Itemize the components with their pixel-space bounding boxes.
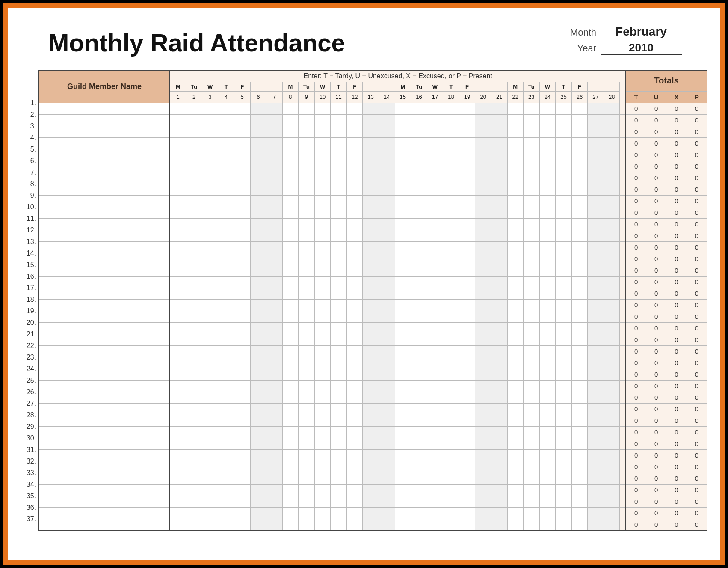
day-cell[interactable] (346, 496, 363, 507)
day-cell[interactable] (427, 519, 443, 530)
day-cell[interactable] (411, 265, 427, 276)
day-cell[interactable] (346, 161, 363, 172)
day-cell[interactable] (346, 461, 363, 473)
day-cell[interactable] (459, 218, 475, 230)
day-cell[interactable] (507, 473, 524, 484)
day-cell[interactable] (411, 230, 427, 241)
day-cell[interactable] (588, 230, 604, 241)
day-cell[interactable] (571, 507, 588, 519)
day-cell[interactable] (234, 103, 250, 114)
day-cell[interactable] (571, 322, 588, 334)
day-cell[interactable] (282, 288, 299, 299)
day-cell[interactable] (395, 369, 411, 380)
day-cell[interactable] (588, 218, 604, 230)
day-cell[interactable] (266, 149, 283, 161)
day-cell[interactable] (266, 172, 283, 184)
day-cell[interactable] (218, 415, 234, 426)
day-cell[interactable] (170, 207, 186, 218)
day-cell[interactable] (186, 380, 202, 392)
day-cell[interactable] (282, 484, 299, 496)
day-cell[interactable] (475, 496, 491, 507)
day-cell[interactable] (363, 403, 379, 415)
day-cell[interactable] (459, 496, 475, 507)
day-cell[interactable] (588, 380, 604, 392)
day-cell[interactable] (571, 288, 588, 299)
day-cell[interactable] (202, 276, 218, 288)
day-cell[interactable] (346, 334, 363, 345)
day-cell[interactable] (571, 265, 588, 276)
day-cell[interactable] (556, 507, 572, 519)
day-cell[interactable] (571, 519, 588, 530)
day-cell[interactable] (556, 449, 572, 461)
day-cell[interactable] (443, 496, 459, 507)
day-cell[interactable] (411, 461, 427, 473)
day-cell[interactable] (282, 415, 299, 426)
day-cell[interactable] (443, 392, 459, 403)
day-cell[interactable] (604, 276, 620, 288)
day-cell[interactable] (218, 161, 234, 172)
day-cell[interactable] (604, 334, 620, 345)
day-cell[interactable] (539, 218, 556, 230)
day-cell[interactable] (331, 276, 347, 288)
day-cell[interactable] (170, 334, 186, 345)
day-cell[interactable] (507, 357, 524, 369)
day-cell[interactable] (186, 311, 202, 322)
day-cell[interactable] (427, 415, 443, 426)
day-cell[interactable] (539, 103, 556, 114)
day-cell[interactable] (202, 207, 218, 218)
day-cell[interactable] (250, 415, 266, 426)
day-cell[interactable] (234, 276, 250, 288)
member-name-cell[interactable] (39, 103, 170, 114)
day-cell[interactable] (379, 519, 395, 530)
day-cell[interactable] (524, 114, 540, 126)
day-cell[interactable] (218, 507, 234, 519)
day-cell[interactable] (234, 253, 250, 265)
day-cell[interactable] (299, 218, 315, 230)
day-cell[interactable] (427, 149, 443, 161)
day-cell[interactable] (314, 161, 331, 172)
day-cell[interactable] (491, 484, 507, 496)
day-cell[interactable] (314, 484, 331, 496)
day-cell[interactable] (395, 241, 411, 253)
day-cell[interactable] (202, 218, 218, 230)
day-cell[interactable] (250, 299, 266, 311)
day-cell[interactable] (186, 103, 202, 114)
day-cell[interactable] (234, 288, 250, 299)
day-cell[interactable] (475, 103, 491, 114)
day-cell[interactable] (588, 288, 604, 299)
day-cell[interactable] (266, 334, 283, 345)
day-cell[interactable] (491, 288, 507, 299)
day-cell[interactable] (427, 253, 443, 265)
day-cell[interactable] (411, 126, 427, 137)
day-cell[interactable] (186, 507, 202, 519)
day-cell[interactable] (588, 496, 604, 507)
day-cell[interactable] (491, 426, 507, 438)
day-cell[interactable] (331, 299, 347, 311)
day-cell[interactable] (604, 311, 620, 322)
day-cell[interactable] (202, 241, 218, 253)
day-cell[interactable] (250, 507, 266, 519)
day-cell[interactable] (266, 322, 283, 334)
day-cell[interactable] (218, 369, 234, 380)
day-cell[interactable] (250, 484, 266, 496)
day-cell[interactable] (314, 149, 331, 161)
day-cell[interactable] (507, 230, 524, 241)
day-cell[interactable] (202, 195, 218, 207)
day-cell[interactable] (266, 195, 283, 207)
day-cell[interactable] (379, 161, 395, 172)
day-cell[interactable] (524, 218, 540, 230)
day-cell[interactable] (539, 288, 556, 299)
day-cell[interactable] (299, 496, 315, 507)
day-cell[interactable] (202, 519, 218, 530)
day-cell[interactable] (299, 103, 315, 114)
day-cell[interactable] (459, 322, 475, 334)
day-cell[interactable] (218, 253, 234, 265)
day-cell[interactable] (314, 137, 331, 149)
day-cell[interactable] (282, 334, 299, 345)
day-cell[interactable] (604, 369, 620, 380)
day-cell[interactable] (314, 241, 331, 253)
day-cell[interactable] (379, 438, 395, 449)
day-cell[interactable] (411, 288, 427, 299)
day-cell[interactable] (571, 461, 588, 473)
day-cell[interactable] (218, 426, 234, 438)
